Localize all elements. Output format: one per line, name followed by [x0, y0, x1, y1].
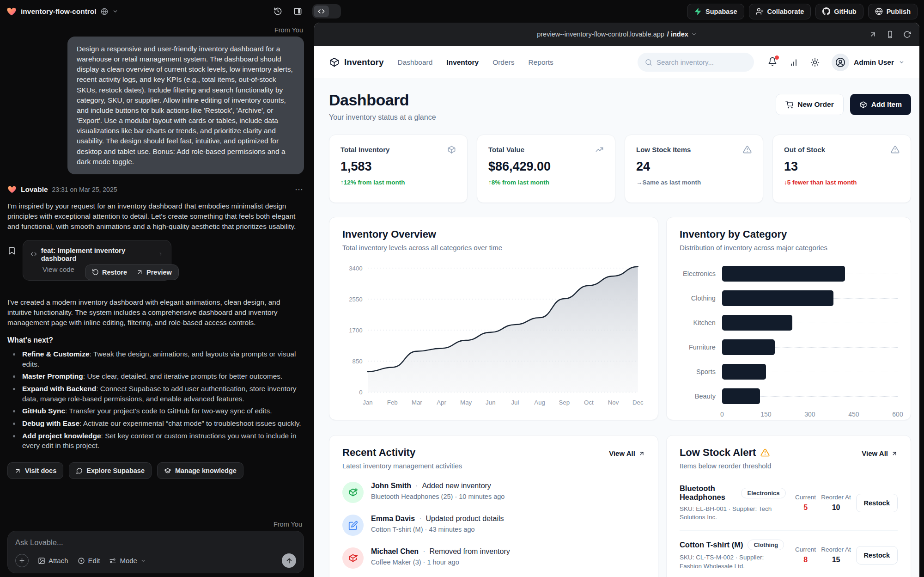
axis-tick: 150: [760, 411, 771, 418]
preview-window: preview--inventory-flow-control.lovable.…: [314, 23, 919, 577]
sun-icon[interactable]: [810, 58, 820, 67]
chevron-down-icon: [140, 558, 146, 564]
open-external-icon[interactable]: [869, 31, 877, 38]
inventory-overview-card: Inventory Overview Total inventory level…: [329, 217, 658, 420]
avatar: [832, 54, 849, 71]
panel-icon[interactable]: [293, 7, 302, 16]
url-bar[interactable]: preview--inventory-flow-control.lovable.…: [537, 31, 697, 38]
page-title: Dashboard: [329, 91, 436, 109]
user-message: Design a responsive and user-friendly in…: [67, 37, 304, 174]
arrow-up-right-icon: [136, 269, 143, 276]
more-menu-icon[interactable]: ⋯: [295, 184, 304, 195]
user-circle-icon: [835, 57, 845, 68]
nav-reports[interactable]: Reports: [529, 58, 553, 67]
lovable-heart-icon: [6, 6, 17, 17]
mode-selector[interactable]: Mode: [109, 557, 146, 565]
chat-input-box: Attach Edit Mode: [7, 531, 304, 573]
axis-tick: 450: [848, 411, 859, 418]
page-subtitle: Your inventory status at a glance: [329, 113, 436, 122]
package-icon: [859, 101, 867, 109]
view-all-link[interactable]: View All: [862, 449, 898, 457]
restock-button[interactable]: Restock: [856, 494, 898, 512]
add-button[interactable]: [15, 554, 29, 567]
github-button[interactable]: GitHub: [815, 4, 863, 19]
publish-button[interactable]: Publish: [868, 4, 918, 19]
add-item-button[interactable]: Add Item: [850, 94, 911, 115]
recent-activity-card: Recent Activity Latest inventory managem…: [329, 435, 658, 577]
user-name: Admin User: [854, 58, 894, 67]
axis-tick: 600: [892, 411, 903, 418]
app-navbar: Inventory Dashboard Inventory Orders Rep…: [314, 46, 919, 79]
preview-button[interactable]: Preview: [136, 269, 172, 276]
restock-button[interactable]: Restock: [856, 546, 898, 565]
explore-supabase-button[interactable]: Explore Supabase: [69, 462, 152, 479]
preview-url: preview--inventory-flow-control.lovable.…: [537, 31, 664, 38]
app-brand[interactable]: Inventory: [329, 57, 384, 68]
alert-triangle-icon: [891, 145, 900, 154]
collaborate-button[interactable]: Collaborate: [749, 4, 811, 19]
nav-icon-group: Admin User: [768, 54, 905, 71]
list-item: Add project knowledge: Set key context o…: [10, 431, 304, 451]
message-timestamp: 23:31 on Mar 25, 2025: [52, 186, 117, 193]
notifications-button[interactable]: [768, 57, 777, 68]
supabase-button[interactable]: Supabase: [687, 4, 744, 19]
low-stock-alert-card: Low Stock Alert Items below reorder thre…: [666, 435, 911, 577]
arrow-up-right-icon: [638, 450, 645, 457]
code-preview-toggle[interactable]: [312, 4, 341, 18]
mobile-view-icon[interactable]: [886, 31, 894, 38]
visit-docs-button[interactable]: Visit docs: [7, 462, 63, 479]
svg-text:3400: 3400: [349, 265, 363, 272]
category-badge: Clothing: [748, 540, 784, 550]
search-box[interactable]: [638, 53, 754, 72]
chat-panel: From You Design a responsive and user-fr…: [0, 23, 314, 577]
target-icon: [78, 557, 85, 565]
message-circle-icon: [76, 467, 83, 474]
view-all-link[interactable]: View All: [609, 449, 645, 457]
topbar: inventory-flow-control Supabase Collabor…: [0, 0, 924, 23]
history-icon[interactable]: [274, 7, 282, 16]
attach-button[interactable]: Attach: [38, 557, 68, 565]
list-item: GitHub Sync: Transfer your project's cod…: [10, 406, 304, 416]
page-header: Dashboard Your inventory status at a gla…: [329, 91, 911, 122]
svg-text:2550: 2550: [349, 296, 363, 303]
edit-button[interactable]: Edit: [78, 557, 100, 565]
image-icon: [38, 557, 45, 565]
activity-row: John Smith·Added new inventory Bluetooth…: [342, 482, 645, 503]
bar: [722, 388, 760, 404]
plus-icon: [18, 557, 25, 564]
bar: [722, 339, 775, 355]
kpi-card-total-inventory: Total Inventory 1,583 ↑12% from last mon…: [329, 135, 468, 203]
preview-path: / index: [667, 31, 688, 38]
axis-tick: 300: [804, 411, 815, 418]
search-input[interactable]: [657, 58, 740, 66]
refresh-icon[interactable]: [903, 31, 911, 38]
project-menu[interactable]: inventory-flow-control: [6, 6, 118, 17]
kpi-delta: ↑12% from last month: [340, 179, 456, 186]
chat-input[interactable]: [15, 538, 296, 547]
bar-label: Kitchen: [680, 319, 722, 326]
bookmark-icon[interactable]: [7, 246, 16, 255]
bar-label: Furniture: [680, 344, 722, 351]
low-stock-row: Cotton T-shirt (M)Clothing SKU: CL-TS-M-…: [680, 531, 898, 577]
notification-dot: [775, 55, 779, 60]
kpi-card-low-stock: Low Stock Items 24 →Same as last month: [625, 135, 763, 203]
bar: [722, 315, 792, 331]
nav-inventory[interactable]: Inventory: [446, 58, 479, 67]
chat-topbar-actions: [274, 0, 302, 23]
search-icon: [645, 59, 652, 66]
code-icon: [30, 251, 37, 258]
restore-icon: [92, 269, 99, 276]
package-plus-icon: [348, 487, 358, 497]
user-menu[interactable]: Admin User: [832, 54, 905, 71]
kpi-delta: ↓5 fewer than last month: [784, 179, 900, 186]
commit-title: feat: Implement inventory dashboard: [41, 246, 152, 262]
bar-axis: 0150300450600: [722, 411, 898, 421]
restore-button[interactable]: Restore: [92, 269, 127, 276]
new-order-button[interactable]: New Order: [776, 94, 843, 115]
bar-chart-icon[interactable]: [789, 58, 798, 67]
send-button[interactable]: [282, 553, 296, 568]
nav-orders[interactable]: Orders: [492, 58, 514, 67]
nav-dashboard[interactable]: Dashboard: [398, 58, 433, 67]
manage-knowledge-button[interactable]: Manage knowledge: [157, 462, 243, 479]
alert-triangle-icon: [760, 448, 770, 457]
